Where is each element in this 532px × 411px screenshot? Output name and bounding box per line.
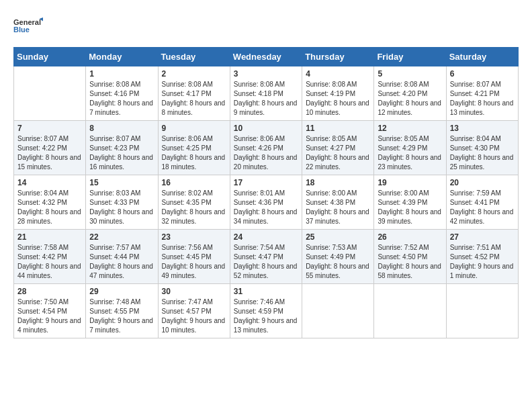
calendar-cell: 26 Sunrise: 7:52 AM Sunset: 4:50 PM Dayl… — [374, 230, 446, 284]
sunrise-text: Sunrise: 8:07 AM — [450, 80, 515, 89]
day-info: Sunrise: 8:06 AM Sunset: 4:26 PM Dayligh… — [234, 134, 298, 172]
calendar-day-header: Saturday — [446, 48, 518, 66]
daylight-text: Daylight: 8 hours and 25 minutes. — [450, 153, 515, 172]
day-number: 4 — [306, 69, 370, 79]
day-info: Sunrise: 8:04 AM Sunset: 4:32 PM Dayligh… — [17, 189, 82, 226]
calendar-day-header: Friday — [374, 48, 446, 66]
day-number: 24 — [234, 232, 298, 242]
day-info: Sunrise: 8:02 AM Sunset: 4:35 PM Dayligh… — [162, 189, 226, 226]
day-number: 6 — [450, 69, 515, 79]
day-info: Sunrise: 7:47 AM Sunset: 4:57 PM Dayligh… — [162, 298, 226, 335]
sunrise-text: Sunrise: 7:52 AM — [378, 243, 442, 253]
calendar-cell: 3 Sunrise: 8:08 AM Sunset: 4:18 PM Dayli… — [230, 66, 302, 121]
sunset-text: Sunset: 4:52 PM — [450, 253, 515, 262]
daylight-text: Daylight: 9 hours and 10 minutes. — [162, 316, 226, 335]
sunset-text: Sunset: 4:30 PM — [450, 144, 515, 153]
sunset-text: Sunset: 4:21 PM — [450, 89, 515, 99]
sunset-text: Sunset: 4:20 PM — [378, 89, 442, 99]
sunset-text: Sunset: 4:23 PM — [89, 144, 154, 153]
day-info: Sunrise: 7:46 AM Sunset: 4:59 PM Dayligh… — [234, 298, 298, 335]
calendar-day-header: Wednesday — [230, 48, 302, 66]
calendar-cell — [374, 284, 446, 338]
daylight-text: Daylight: 8 hours and 39 minutes. — [378, 208, 442, 226]
sunset-text: Sunset: 4:26 PM — [234, 144, 298, 153]
daylight-text: Daylight: 8 hours and 34 minutes. — [234, 208, 298, 226]
sunrise-text: Sunrise: 7:54 AM — [234, 243, 298, 253]
calendar-cell: 6 Sunrise: 8:07 AM Sunset: 4:21 PM Dayli… — [446, 66, 518, 121]
sunrise-text: Sunrise: 7:57 AM — [89, 243, 154, 253]
day-number: 2 — [162, 69, 226, 79]
calendar-cell: 17 Sunrise: 8:01 AM Sunset: 4:36 PM Dayl… — [230, 175, 302, 230]
calendar-day-header: Thursday — [302, 48, 374, 66]
day-number: 27 — [450, 232, 515, 242]
svg-text:Blue: Blue — [13, 26, 30, 34]
day-number: 22 — [89, 232, 154, 242]
calendar-cell: 16 Sunrise: 8:02 AM Sunset: 4:35 PM Dayl… — [158, 175, 230, 230]
day-number: 5 — [378, 69, 442, 79]
calendar-cell: 7 Sunrise: 8:07 AM Sunset: 4:22 PM Dayli… — [14, 121, 86, 175]
calendar-cell: 31 Sunrise: 7:46 AM Sunset: 4:59 PM Dayl… — [230, 284, 302, 338]
calendar-cell: 9 Sunrise: 8:06 AM Sunset: 4:25 PM Dayli… — [158, 121, 230, 175]
day-info: Sunrise: 8:07 AM Sunset: 4:23 PM Dayligh… — [89, 134, 154, 172]
day-info: Sunrise: 8:05 AM Sunset: 4:27 PM Dayligh… — [306, 134, 370, 172]
daylight-text: Daylight: 9 hours and 13 minutes. — [234, 316, 298, 335]
daylight-text: Daylight: 8 hours and 47 minutes. — [89, 262, 154, 281]
sunrise-text: Sunrise: 8:06 AM — [162, 134, 226, 144]
calendar-cell — [446, 284, 518, 338]
calendar-day-header: Tuesday — [158, 48, 230, 66]
day-number: 17 — [234, 178, 298, 187]
sunset-text: Sunset: 4:54 PM — [17, 307, 82, 316]
daylight-text: Daylight: 8 hours and 58 minutes. — [378, 262, 442, 281]
calendar-cell — [14, 66, 86, 121]
sunset-text: Sunset: 4:33 PM — [89, 198, 154, 208]
daylight-text: Daylight: 8 hours and 18 minutes. — [162, 153, 226, 172]
calendar-cell: 21 Sunrise: 7:58 AM Sunset: 4:42 PM Dayl… — [14, 230, 86, 284]
daylight-text: Daylight: 8 hours and 15 minutes. — [17, 153, 82, 172]
daylight-text: Daylight: 8 hours and 28 minutes. — [17, 208, 82, 226]
sunset-text: Sunset: 4:36 PM — [234, 198, 298, 208]
day-number: 8 — [89, 124, 154, 133]
sunset-text: Sunset: 4:44 PM — [89, 253, 154, 262]
calendar-cell: 24 Sunrise: 7:54 AM Sunset: 4:47 PM Dayl… — [230, 230, 302, 284]
day-info: Sunrise: 7:57 AM Sunset: 4:44 PM Dayligh… — [89, 243, 154, 281]
day-info: Sunrise: 7:56 AM Sunset: 4:45 PM Dayligh… — [162, 243, 226, 281]
page: General Blue SundayMondayTuesdayWednesda… — [0, 0, 532, 411]
sunrise-text: Sunrise: 7:47 AM — [162, 298, 226, 307]
sunset-text: Sunset: 4:38 PM — [306, 198, 370, 208]
svg-text:General: General — [13, 18, 41, 26]
daylight-text: Daylight: 9 hours and 4 minutes. — [17, 316, 82, 335]
day-info: Sunrise: 7:50 AM Sunset: 4:54 PM Dayligh… — [17, 298, 82, 335]
sunrise-text: Sunrise: 7:48 AM — [89, 298, 154, 307]
sunrise-text: Sunrise: 8:05 AM — [306, 134, 370, 144]
calendar-cell: 1 Sunrise: 8:08 AM Sunset: 4:16 PM Dayli… — [86, 66, 158, 121]
calendar-cell: 20 Sunrise: 7:59 AM Sunset: 4:41 PM Dayl… — [446, 175, 518, 230]
calendar-cell: 2 Sunrise: 8:08 AM Sunset: 4:17 PM Dayli… — [158, 66, 230, 121]
calendar-day-header: Monday — [86, 48, 158, 66]
logo: General Blue — [13, 11, 43, 40]
daylight-text: Daylight: 8 hours and 13 minutes. — [450, 99, 515, 118]
sunrise-text: Sunrise: 7:56 AM — [162, 243, 226, 253]
calendar-cell — [302, 284, 374, 338]
sunrise-text: Sunrise: 8:08 AM — [306, 80, 370, 89]
calendar-cell: 29 Sunrise: 7:48 AM Sunset: 4:55 PM Dayl… — [86, 284, 158, 338]
sunrise-text: Sunrise: 8:08 AM — [89, 80, 154, 89]
daylight-text: Daylight: 8 hours and 8 minutes. — [162, 99, 226, 118]
calendar-cell: 4 Sunrise: 8:08 AM Sunset: 4:19 PM Dayli… — [302, 66, 374, 121]
sunrise-text: Sunrise: 8:05 AM — [378, 134, 442, 144]
day-number: 18 — [306, 178, 370, 187]
sunrise-text: Sunrise: 8:08 AM — [162, 80, 226, 89]
sunset-text: Sunset: 4:17 PM — [162, 89, 226, 99]
sunset-text: Sunset: 4:45 PM — [162, 253, 226, 262]
day-number: 29 — [89, 287, 154, 296]
daylight-text: Daylight: 9 hours and 7 minutes. — [89, 316, 154, 335]
sunrise-text: Sunrise: 8:08 AM — [234, 80, 298, 89]
daylight-text: Daylight: 8 hours and 20 minutes. — [234, 153, 298, 172]
calendar-cell: 15 Sunrise: 8:03 AM Sunset: 4:33 PM Dayl… — [86, 175, 158, 230]
day-info: Sunrise: 8:00 AM Sunset: 4:38 PM Dayligh… — [306, 189, 370, 226]
sunset-text: Sunset: 4:57 PM — [162, 307, 226, 316]
daylight-text: Daylight: 8 hours and 7 minutes. — [89, 99, 154, 118]
sunrise-text: Sunrise: 7:59 AM — [450, 189, 515, 198]
day-number: 11 — [306, 124, 370, 133]
day-number: 16 — [162, 178, 226, 187]
day-number: 1 — [89, 69, 154, 79]
